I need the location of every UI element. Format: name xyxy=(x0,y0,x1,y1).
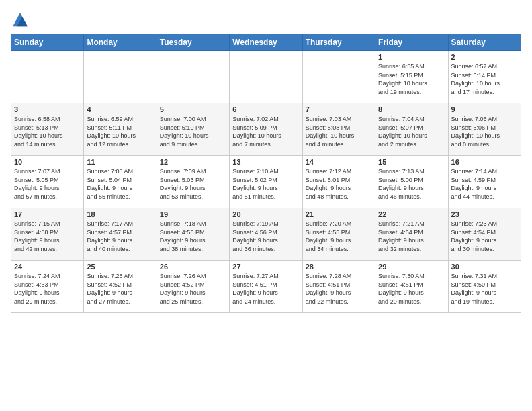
header-cell-thursday: Thursday xyxy=(302,34,375,51)
day-number: 25 xyxy=(87,263,153,271)
day-cell: 13Sunrise: 7:10 AM Sunset: 5:02 PM Dayli… xyxy=(230,156,302,208)
day-number: 22 xyxy=(378,210,445,218)
header-cell-friday: Friday xyxy=(375,34,448,51)
day-info: Sunrise: 7:05 AM Sunset: 5:06 PM Dayligh… xyxy=(451,115,518,148)
day-number: 5 xyxy=(160,105,226,113)
header-cell-wednesday: Wednesday xyxy=(230,34,302,51)
day-number: 28 xyxy=(306,263,372,271)
page-container: SundayMondayTuesdayWednesdayThursdayFrid… xyxy=(0,0,532,320)
day-cell: 14Sunrise: 7:12 AM Sunset: 5:01 PM Dayli… xyxy=(302,156,375,208)
calendar-table: SundayMondayTuesdayWednesdayThursdayFrid… xyxy=(11,34,521,313)
day-info: Sunrise: 7:03 AM Sunset: 5:08 PM Dayligh… xyxy=(306,115,372,148)
day-number: 11 xyxy=(87,158,153,166)
header-cell-sunday: Sunday xyxy=(11,34,84,51)
week-row-4: 24Sunrise: 7:24 AM Sunset: 4:53 PM Dayli… xyxy=(11,261,521,313)
day-number: 10 xyxy=(14,158,81,166)
day-cell: 26Sunrise: 7:26 AM Sunset: 4:52 PM Dayli… xyxy=(157,261,229,313)
day-number: 1 xyxy=(378,53,445,61)
day-number: 13 xyxy=(232,158,299,166)
day-cell: 23Sunrise: 7:23 AM Sunset: 4:54 PM Dayli… xyxy=(448,208,521,261)
day-cell: 15Sunrise: 7:13 AM Sunset: 5:00 PM Dayli… xyxy=(375,156,448,208)
day-number: 29 xyxy=(378,263,445,271)
day-cell: 30Sunrise: 7:31 AM Sunset: 4:50 PM Dayli… xyxy=(448,261,521,313)
day-cell: 17Sunrise: 7:15 AM Sunset: 4:58 PM Dayli… xyxy=(11,208,84,261)
day-info: Sunrise: 7:12 AM Sunset: 5:01 PM Dayligh… xyxy=(306,167,372,201)
header-cell-saturday: Saturday xyxy=(448,34,521,51)
day-cell: 2Sunrise: 6:57 AM Sunset: 5:14 PM Daylig… xyxy=(448,51,521,103)
day-cell: 28Sunrise: 7:28 AM Sunset: 4:51 PM Dayli… xyxy=(302,261,375,313)
day-cell: 27Sunrise: 7:27 AM Sunset: 4:51 PM Dayli… xyxy=(230,261,302,313)
day-number: 2 xyxy=(451,53,518,61)
day-cell: 1Sunrise: 6:55 AM Sunset: 5:15 PM Daylig… xyxy=(375,51,448,103)
day-number: 12 xyxy=(160,158,226,166)
day-cell: 12Sunrise: 7:09 AM Sunset: 5:03 PM Dayli… xyxy=(157,156,229,208)
day-cell: 4Sunrise: 6:59 AM Sunset: 5:11 PM Daylig… xyxy=(84,103,157,156)
day-cell: 18Sunrise: 7:17 AM Sunset: 4:57 PM Dayli… xyxy=(84,208,157,261)
week-row-1: 3Sunrise: 6:58 AM Sunset: 5:13 PM Daylig… xyxy=(11,103,521,156)
day-cell xyxy=(84,51,157,103)
logo xyxy=(11,11,32,30)
day-info: Sunrise: 7:00 AM Sunset: 5:10 PM Dayligh… xyxy=(160,115,226,148)
day-number: 3 xyxy=(14,105,81,113)
day-info: Sunrise: 7:20 AM Sunset: 4:55 PM Dayligh… xyxy=(306,220,372,253)
day-info: Sunrise: 7:07 AM Sunset: 5:05 PM Dayligh… xyxy=(14,167,81,201)
day-cell xyxy=(230,51,302,103)
day-cell: 22Sunrise: 7:21 AM Sunset: 4:54 PM Dayli… xyxy=(375,208,448,261)
day-cell: 5Sunrise: 7:00 AM Sunset: 5:10 PM Daylig… xyxy=(157,103,229,156)
day-number: 19 xyxy=(160,210,226,218)
day-info: Sunrise: 7:14 AM Sunset: 4:59 PM Dayligh… xyxy=(451,167,518,201)
day-cell: 16Sunrise: 7:14 AM Sunset: 4:59 PM Dayli… xyxy=(448,156,521,208)
day-cell: 11Sunrise: 7:08 AM Sunset: 5:04 PM Dayli… xyxy=(84,156,157,208)
day-info: Sunrise: 7:27 AM Sunset: 4:51 PM Dayligh… xyxy=(232,272,299,306)
day-number: 24 xyxy=(14,263,81,271)
day-number: 7 xyxy=(306,105,372,113)
day-number: 4 xyxy=(87,105,153,113)
day-number: 6 xyxy=(232,105,299,113)
day-cell: 10Sunrise: 7:07 AM Sunset: 5:05 PM Dayli… xyxy=(11,156,84,208)
logo-icon xyxy=(11,11,30,30)
day-info: Sunrise: 7:09 AM Sunset: 5:03 PM Dayligh… xyxy=(160,167,226,201)
day-info: Sunrise: 7:25 AM Sunset: 4:52 PM Dayligh… xyxy=(87,272,153,306)
day-info: Sunrise: 6:55 AM Sunset: 5:15 PM Dayligh… xyxy=(378,62,445,96)
day-number: 15 xyxy=(378,158,445,166)
day-cell: 7Sunrise: 7:03 AM Sunset: 5:08 PM Daylig… xyxy=(302,103,375,156)
day-info: Sunrise: 7:28 AM Sunset: 4:51 PM Dayligh… xyxy=(306,272,372,306)
day-info: Sunrise: 7:19 AM Sunset: 4:56 PM Dayligh… xyxy=(232,220,299,253)
day-info: Sunrise: 7:15 AM Sunset: 4:58 PM Dayligh… xyxy=(14,220,81,253)
day-info: Sunrise: 7:08 AM Sunset: 5:04 PM Dayligh… xyxy=(87,167,153,201)
day-info: Sunrise: 6:58 AM Sunset: 5:13 PM Dayligh… xyxy=(14,115,81,148)
day-cell: 6Sunrise: 7:02 AM Sunset: 5:09 PM Daylig… xyxy=(230,103,302,156)
day-info: Sunrise: 7:18 AM Sunset: 4:56 PM Dayligh… xyxy=(160,220,226,253)
day-info: Sunrise: 7:26 AM Sunset: 4:52 PM Dayligh… xyxy=(160,272,226,306)
day-number: 27 xyxy=(232,263,299,271)
day-number: 21 xyxy=(306,210,372,218)
week-row-2: 10Sunrise: 7:07 AM Sunset: 5:05 PM Dayli… xyxy=(11,156,521,208)
day-cell: 24Sunrise: 7:24 AM Sunset: 4:53 PM Dayli… xyxy=(11,261,84,313)
day-info: Sunrise: 6:57 AM Sunset: 5:14 PM Dayligh… xyxy=(451,62,518,96)
day-number: 9 xyxy=(451,105,518,113)
day-cell: 8Sunrise: 7:04 AM Sunset: 5:07 PM Daylig… xyxy=(375,103,448,156)
day-info: Sunrise: 7:17 AM Sunset: 4:57 PM Dayligh… xyxy=(87,220,153,253)
day-number: 26 xyxy=(160,263,226,271)
header-cell-tuesday: Tuesday xyxy=(157,34,229,51)
day-cell: 21Sunrise: 7:20 AM Sunset: 4:55 PM Dayli… xyxy=(302,208,375,261)
day-info: Sunrise: 7:23 AM Sunset: 4:54 PM Dayligh… xyxy=(451,220,518,253)
day-info: Sunrise: 7:21 AM Sunset: 4:54 PM Dayligh… xyxy=(378,220,445,253)
day-cell: 25Sunrise: 7:25 AM Sunset: 4:52 PM Dayli… xyxy=(84,261,157,313)
week-row-3: 17Sunrise: 7:15 AM Sunset: 4:58 PM Dayli… xyxy=(11,208,521,261)
header-cell-monday: Monday xyxy=(84,34,157,51)
day-cell: 9Sunrise: 7:05 AM Sunset: 5:06 PM Daylig… xyxy=(448,103,521,156)
day-info: Sunrise: 7:31 AM Sunset: 4:50 PM Dayligh… xyxy=(451,272,518,306)
day-number: 23 xyxy=(451,210,518,218)
day-cell xyxy=(302,51,375,103)
day-info: Sunrise: 6:59 AM Sunset: 5:11 PM Dayligh… xyxy=(87,115,153,148)
day-number: 14 xyxy=(306,158,372,166)
day-info: Sunrise: 7:04 AM Sunset: 5:07 PM Dayligh… xyxy=(378,115,445,148)
day-cell xyxy=(157,51,229,103)
day-info: Sunrise: 7:30 AM Sunset: 4:51 PM Dayligh… xyxy=(378,272,445,306)
day-number: 16 xyxy=(451,158,518,166)
day-info: Sunrise: 7:13 AM Sunset: 5:00 PM Dayligh… xyxy=(378,167,445,201)
day-info: Sunrise: 7:02 AM Sunset: 5:09 PM Dayligh… xyxy=(232,115,299,148)
day-cell: 3Sunrise: 6:58 AM Sunset: 5:13 PM Daylig… xyxy=(11,103,84,156)
day-cell: 20Sunrise: 7:19 AM Sunset: 4:56 PM Dayli… xyxy=(230,208,302,261)
